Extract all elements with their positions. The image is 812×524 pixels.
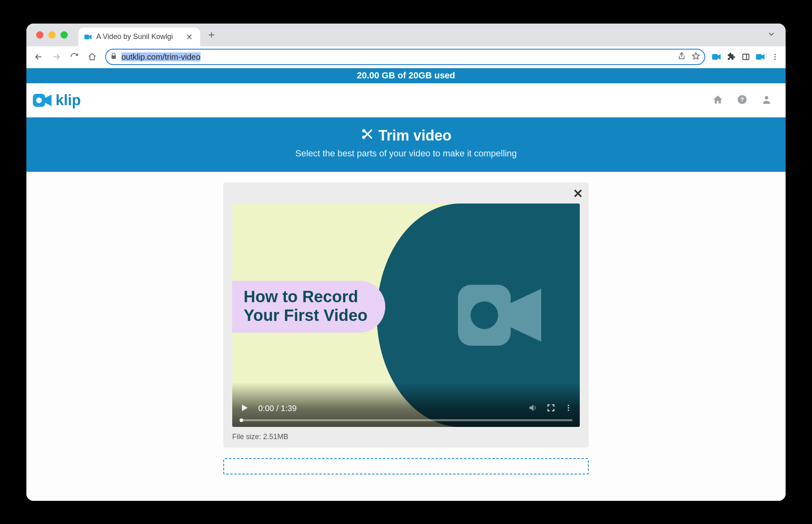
svg-point-18 bbox=[568, 407, 569, 408]
nav-home-button[interactable] bbox=[84, 49, 100, 65]
svg-point-9 bbox=[36, 97, 42, 103]
browser-menu-icon[interactable] bbox=[769, 53, 782, 61]
address-bar[interactable]: outklip.com/trim-video bbox=[105, 49, 705, 65]
svg-rect-1 bbox=[712, 54, 718, 60]
browser-tab[interactable]: A Video by Sunil Kowlgi ✕ bbox=[78, 28, 200, 46]
hero-subtitle: Select the best parts of your video to m… bbox=[26, 148, 786, 159]
window-maximize-icon[interactable] bbox=[60, 31, 68, 39]
nav-reload-button[interactable] bbox=[66, 49, 82, 65]
header-actions: ? bbox=[713, 94, 779, 106]
fullscreen-icon[interactable] bbox=[546, 403, 555, 414]
extension-camera2-icon[interactable] bbox=[754, 52, 767, 62]
bookmark-star-icon[interactable] bbox=[691, 52, 700, 62]
storage-banner: 20.00 GB of 20GB used bbox=[26, 68, 786, 83]
svg-point-16 bbox=[471, 301, 498, 329]
svg-point-19 bbox=[568, 409, 569, 411]
help-icon[interactable]: ? bbox=[737, 94, 747, 106]
hero-banner: Trim video Select the best parts of your… bbox=[26, 117, 786, 172]
file-size: File size: 2.51MB bbox=[232, 433, 580, 441]
svg-point-17 bbox=[568, 405, 569, 406]
extension-camera-icon[interactable] bbox=[710, 52, 723, 62]
scissors-icon bbox=[361, 127, 374, 144]
home-icon[interactable] bbox=[713, 94, 723, 106]
tabstrip: A Video by Sunil Kowlgi ✕ bbox=[26, 24, 786, 46]
video-player[interactable]: How to Record Your First Video bbox=[232, 204, 580, 427]
tabstrip-menu-icon[interactable] bbox=[767, 30, 782, 40]
svg-rect-2 bbox=[743, 54, 749, 59]
user-icon[interactable] bbox=[761, 94, 772, 106]
browser-toolbar: outklip.com/trim-video bbox=[26, 46, 786, 68]
hero-title: Trim video bbox=[26, 127, 786, 144]
svg-point-12 bbox=[765, 96, 769, 100]
nav-back-button[interactable] bbox=[30, 49, 47, 65]
volume-icon[interactable] bbox=[528, 403, 538, 414]
panel-icon[interactable] bbox=[739, 53, 752, 61]
new-tab-button[interactable] bbox=[203, 27, 220, 43]
thumbnail-label: How to Record Your First Video bbox=[232, 281, 385, 333]
main-content: ✕ How to Record Your First Video bbox=[26, 172, 786, 501]
logo-camera-icon bbox=[33, 92, 52, 108]
share-icon[interactable] bbox=[678, 52, 686, 62]
extensions-puzzle-icon[interactable] bbox=[725, 52, 738, 61]
tab-title: A Video by Sunil Kowlgi bbox=[96, 32, 180, 41]
window-close-icon[interactable] bbox=[36, 31, 43, 39]
tab-close-icon[interactable]: ✕ bbox=[184, 32, 194, 42]
svg-rect-4 bbox=[756, 54, 762, 60]
svg-text:?: ? bbox=[740, 96, 744, 103]
window-controls bbox=[30, 24, 78, 46]
video-more-icon[interactable] bbox=[564, 404, 572, 414]
page-content: 20.00 GB of 20GB used klip ? bbox=[26, 68, 786, 501]
svg-rect-0 bbox=[84, 35, 89, 39]
video-controls: 0:00 / 1:39 bbox=[232, 382, 580, 427]
thumbnail-title: How to Record Your First Video bbox=[244, 287, 367, 325]
video-progress[interactable] bbox=[240, 419, 572, 421]
browser-window: A Video by Sunil Kowlgi ✕ outklip.com/tr… bbox=[26, 24, 786, 501]
trim-dropzone[interactable] bbox=[223, 458, 589, 474]
card-close-button[interactable]: ✕ bbox=[573, 186, 583, 201]
window-minimize-icon[interactable] bbox=[48, 31, 56, 39]
play-button[interactable] bbox=[240, 403, 249, 414]
app-logo[interactable]: klip bbox=[33, 92, 81, 109]
url-text: outklip.com/trim-video bbox=[121, 52, 674, 62]
thumbnail-camera-icon bbox=[458, 281, 543, 351]
lock-icon bbox=[110, 52, 117, 61]
tab-favicon-icon bbox=[84, 33, 92, 41]
svg-point-7 bbox=[774, 58, 775, 60]
video-card: ✕ How to Record Your First Video bbox=[223, 182, 589, 448]
nav-forward-button[interactable] bbox=[48, 49, 65, 65]
svg-point-5 bbox=[774, 54, 775, 55]
app-header: klip ? bbox=[26, 83, 786, 117]
svg-point-6 bbox=[774, 56, 775, 57]
video-time: 0:00 / 1:39 bbox=[258, 404, 297, 413]
logo-text: klip bbox=[56, 92, 81, 109]
